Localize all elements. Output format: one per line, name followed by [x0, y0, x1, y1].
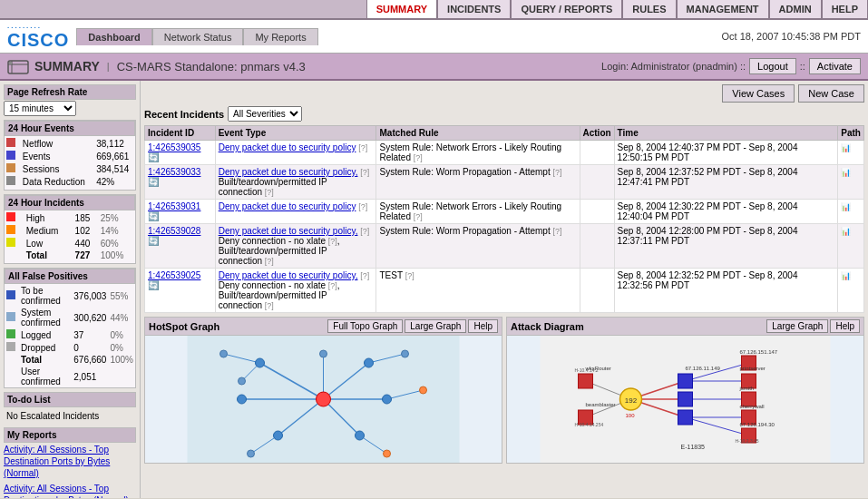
logout-button[interactable]: Logout: [749, 58, 796, 74]
svg-text:cherrywall: cherrywall: [740, 404, 765, 409]
event-type-link[interactable]: Deny packet due to security policy,: [219, 226, 358, 236]
hotspot-buttons: Full Topo Graph Large Graph Help: [327, 319, 498, 333]
report-link-0[interactable]: Activity: All Sessions - Top Destination…: [4, 444, 136, 479]
toconfirm-pct: 55%: [108, 285, 135, 307]
logged-value: 37: [72, 328, 108, 341]
fp-total-value: 676,660: [72, 354, 108, 366]
top-nav-btn-help[interactable]: HELP: [822, 0, 868, 18]
attack-buttons: Large Graph Help: [766, 319, 860, 333]
svg-text:E-11835: E-11835: [681, 444, 706, 450]
dropped-label: Dropped: [19, 341, 72, 354]
path-cell: 📊: [838, 165, 864, 200]
false-pos-section: All False Positives To be confirmed 376,…: [4, 268, 136, 388]
svg-rect-3: [9, 62, 12, 64]
matched-rule: System Rule: Worm Propagation - Attempt …: [376, 165, 580, 200]
sessions-label: Sessions: [21, 162, 94, 175]
high-pct: 25%: [99, 211, 135, 224]
tab-network-status[interactable]: Network Status: [152, 28, 244, 45]
event-type-link[interactable]: Deny packet due to security policy,: [219, 167, 358, 177]
top-nav-btn-incidents[interactable]: INCIDENTS: [437, 0, 511, 18]
incident-id: 1:426539028 🔄: [145, 224, 216, 269]
sysconfirm-color: [6, 312, 15, 321]
attack-help-button[interactable]: Help: [830, 319, 860, 333]
time-cell: Sep 8, 2004 12:32:52 PM PDT - Sep 8, 200…: [614, 269, 838, 313]
sessions-value: 384,514: [94, 162, 135, 175]
top-nav-btn-rules[interactable]: RULES: [622, 0, 676, 18]
top-nav-btn-admin[interactable]: ADMIN: [769, 0, 822, 18]
dropped-color: [6, 342, 15, 351]
medium-label: Medium: [24, 224, 73, 237]
high-color: [6, 212, 15, 221]
full-topo-button[interactable]: Full Topo Graph: [327, 319, 403, 333]
dropped-value: 0: [72, 341, 108, 354]
top-nav-btn-management[interactable]: MANAGEMENT: [677, 0, 769, 18]
action-cell: [580, 165, 614, 200]
incident-id: 1:426539025 🔄: [145, 269, 216, 313]
incident-id: 1:426539031 🔄: [145, 200, 216, 224]
cisco-header: ......... CISCO Dashboard Network Status…: [0, 20, 868, 54]
fp-row-dropped: Dropped 0 0%: [5, 341, 135, 354]
total-pct: 100%: [99, 250, 135, 261]
svg-rect-43: [579, 374, 593, 388]
path-cell: 📊: [838, 224, 864, 269]
tab-bar: Dashboard Network Status My Reports: [76, 28, 317, 45]
attack-diagram-panel: Attack Diagram Large Graph Help: [506, 317, 864, 464]
incidents-filter[interactable]: All Severities High Medium Low: [228, 106, 302, 122]
event-type-link[interactable]: Deny packet due to security policy,: [219, 270, 358, 280]
attack-large-button[interactable]: Large Graph: [766, 319, 828, 333]
tab-dashboard[interactable]: Dashboard: [76, 28, 151, 45]
summary-title: SUMMARY: [34, 59, 100, 73]
low-value: 440: [73, 237, 99, 250]
incident-id-link[interactable]: 1:426539031: [148, 201, 200, 211]
event-type-link[interactable]: Deny packet due to security policy: [219, 201, 356, 211]
incident-id-link[interactable]: 1:426539025: [148, 270, 200, 280]
svg-point-23: [383, 395, 392, 404]
incident-id-link[interactable]: 1:426539035: [148, 142, 200, 152]
path-cell: 📊: [838, 200, 864, 224]
top-nav-btn-query[interactable]: QUERY / REPORTS: [511, 0, 622, 18]
svg-point-31: [320, 350, 327, 357]
events-color: [6, 151, 15, 160]
activate-button[interactable]: Activate: [809, 58, 861, 74]
action-bar: View Cases New Case: [144, 84, 864, 103]
svg-text:67.126.11.149: 67.126.11.149: [686, 366, 721, 371]
action-cell: [580, 269, 614, 313]
fp-row-user: User confirmed 2,051: [5, 366, 135, 387]
sysconfirm-pct: 44%: [108, 307, 135, 328]
view-cases-button[interactable]: View Cases: [722, 84, 795, 103]
medium-pct: 14%: [99, 224, 135, 237]
hotspot-graph-panel: HotSpot Graph Full Topo Graph Large Grap…: [144, 317, 502, 464]
medium-value: 102: [73, 224, 99, 237]
header-datetime: Oct 18, 2007 10:45:38 PM PDT: [722, 31, 861, 42]
incident-id-link[interactable]: 1:426539028: [148, 226, 200, 236]
svg-point-18: [317, 392, 331, 406]
netflow-value: 38,112: [94, 137, 135, 150]
svg-text:jsmith: jsmith: [739, 386, 755, 391]
false-pos-table: To be confirmed 376,003 55% System confi…: [5, 285, 135, 387]
event-row-sessions: Sessions 384,514: [5, 162, 135, 175]
content-area: Page Refresh Rate 15 minutes 5 minutes 3…: [0, 81, 868, 498]
sysconfirm-label: System confirmed: [19, 307, 72, 328]
time-cell: Sep 8, 2004 12:37:52 PM PDT - Sep 8, 200…: [614, 165, 838, 200]
top-nav-btn-summary[interactable]: SUMMARY: [366, 0, 437, 18]
hotspot-help-button[interactable]: Help: [468, 319, 498, 333]
event-type: Deny packet due to security policy, [?]B…: [215, 165, 376, 200]
new-case-button[interactable]: New Case: [798, 84, 864, 103]
refresh-select[interactable]: 15 minutes 5 minutes 30 minutes: [4, 101, 76, 116]
incident-id-link[interactable]: 1:426539033: [148, 167, 200, 177]
col-incident-id: Incident ID: [145, 126, 216, 141]
col-time: Time: [614, 126, 838, 141]
events-24hr-section: 24 Hour Events Netflow 38,112 Events 669…: [4, 120, 136, 191]
report-link-1[interactable]: Activity: All Sessions - Top Destination…: [4, 483, 136, 498]
todo-title: To-do List: [4, 392, 136, 407]
summary-login: Login: Administrator (pnadmin) :: Logout…: [601, 58, 861, 74]
fp-row-logged: Logged 37 0%: [5, 328, 135, 341]
action-cell: [580, 141, 614, 165]
tab-my-reports[interactable]: My Reports: [243, 28, 317, 45]
svg-text:H-10.4.14.254: H-10.4.14.254: [575, 422, 604, 427]
table-row: 1:426539028 🔄 Deny packet due to securit…: [145, 224, 864, 269]
hotspot-graph-content: [145, 336, 502, 463]
svg-point-27: [402, 350, 409, 357]
hotspot-large-button[interactable]: Large Graph: [405, 319, 466, 333]
event-type-link[interactable]: Deny packet due to security policy: [219, 142, 356, 152]
